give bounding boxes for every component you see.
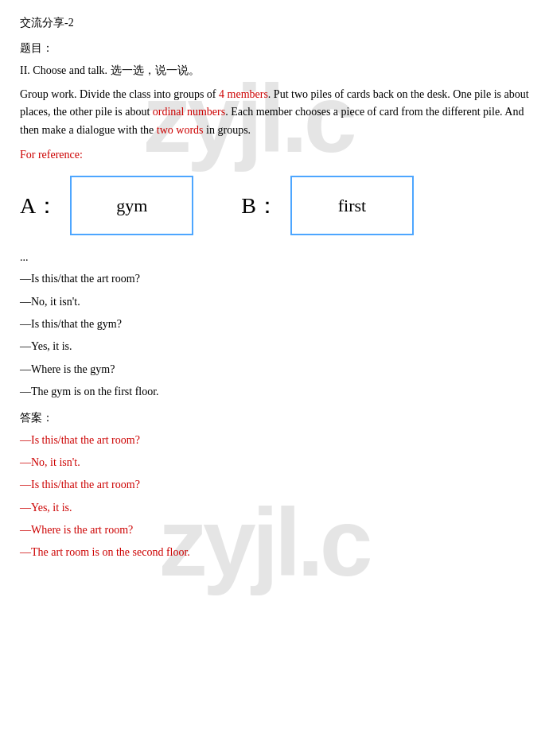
dialogue-line-2: —No, it isn't. [20,293,529,311]
answer-line-5: —Where is the art room? [20,521,529,539]
answer-dialogue-section: —Is this/that the art room? —No, it isn'… [20,432,529,562]
section-ii-label: II. Choose and talk. 选一选，说一说。 [20,64,529,78]
card-a-word: gym [116,196,147,216]
card-a-group: A： gym [20,176,193,235]
answer-line-4: —Yes, it is. [20,499,529,517]
card-a-letter: A： [20,191,58,221]
ellipsis: ... [20,251,529,264]
answer-line-3: —Is this/that the art room? [20,476,529,494]
card-b-group: B： first [241,176,414,235]
cards-row: A： gym B： first [20,176,529,235]
card-b-box: first [290,176,414,235]
answer-label: 答案： [20,411,529,425]
dialogue-line-4: —Yes, it is. [20,338,529,355]
instruction-text: Group work. Divide the class into groups… [20,86,529,139]
card-b-letter: B： [241,191,278,221]
reference-label: For reference: [20,149,529,161]
answer-line-2: —No, it isn't. [20,454,529,471]
card-b-word: first [338,196,366,216]
card-a-box: gym [70,176,193,235]
dialogue-line-5: —Where is the gym? [20,361,529,378]
dialogue-section: ... —Is this/that the art room? —No, it … [20,251,529,401]
dialogue-line-6: —The gym is on the first floor. [20,383,529,401]
dialogue-line-1: —Is this/that the art room? [20,270,529,288]
answer-line-6: —The art room is on the second floor. [20,544,529,561]
answer-line-1: —Is this/that the art room? [20,432,529,449]
topic-label: 题目： [20,41,529,56]
dialogue-line-3: —Is this/that the gym? [20,316,529,333]
page-title: 交流分享-2 [20,16,529,30]
